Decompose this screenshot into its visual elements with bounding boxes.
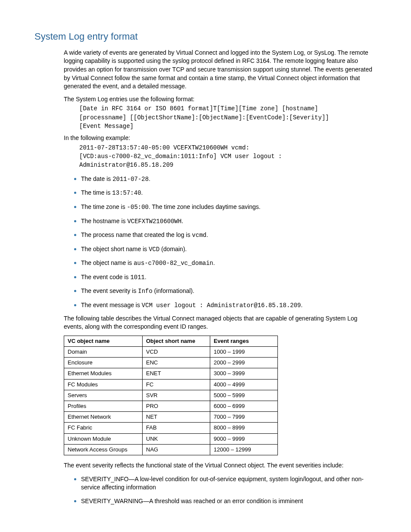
list-item-text: The time zone is [81,203,127,210]
list-item: The hostname is VCEFXTW210600WH. [81,216,372,226]
severity-list: SEVERITY_INFO—A low-level condition for … [64,474,372,506]
list-item-text: (informational). [153,287,194,294]
list-item-code: VCEFXTW210600WH [127,218,181,225]
paragraph-severity: The event severity reflects the function… [64,461,372,470]
table-cell: FAB [143,423,210,433]
list-item-text: The process name that created the log is [81,231,192,238]
list-item-text: . [206,231,208,238]
list-item: The event message is VCM user logout : A… [81,300,372,310]
table-cell: 4000 – 4999 [210,379,278,390]
list-item: SEVERITY_WARNING—A threshold was reached… [81,496,372,506]
table-row: ProfilesPRO6000 – 6999 [64,401,278,411]
table-cell: Servers [64,390,143,401]
table-cell: 9000 – 9999 [210,433,278,444]
list-item-text: . [149,175,150,182]
section-heading: System Log entry format [34,30,377,44]
table-cell: 3000 – 3999 [210,368,278,379]
list-item: The date is 2011-07-28. [81,174,372,184]
list-item: The time is 13:57:40. [81,188,372,198]
paragraph-format-label: The System Log entries use the following… [64,95,372,104]
list-item-text: The event code is [81,274,130,280]
table-cell: 5000 – 5999 [210,390,278,401]
table-cell: Ethernet Network [64,412,143,423]
list-item: The process name that created the log is… [81,230,372,240]
list-item-code: -05:00 [127,204,149,211]
list-item-code: vcmd [192,232,207,239]
list-item: The object short name is VCD (domain). [81,244,372,254]
list-item: SEVERITY_INFO—A low-level condition for … [81,474,372,492]
table-cell: 6000 – 6999 [210,401,278,411]
list-item-code: VCD [149,246,159,253]
list-item-code: VCM user logout : Administrator@16.85.18… [142,302,301,309]
table-row: FC ModulesFC4000 – 4999 [64,379,278,390]
table-cell: Network Access Groups [64,444,143,455]
table-cell: UNK [143,433,210,444]
table-row: FC FabricFAB8000 – 8999 [64,423,278,433]
table-cell: PRO [143,401,210,411]
list-item-text: The event severity is [81,287,138,294]
list-item-text: . [301,302,303,308]
list-item-text: . [145,274,146,280]
table-cell: 1000 – 1999 [210,347,278,358]
table-cell: Profiles [64,401,143,411]
list-item-code: 13:57:40 [112,190,141,196]
table-cell: NAG [143,444,210,455]
table-cell: Ethernet Modules [64,368,143,379]
list-item-text: . The time zone includes daytime savings… [149,203,261,210]
list-item-text: (domain). [159,246,187,252]
list-item-code: aus-c7000-82_vc_domain [134,260,213,267]
list-item-code: 2011-07-28 [112,176,149,183]
format-block: [Date in RFC 3164 or ISO 8601 format]T[T… [79,104,372,131]
table-cell: FC Fabric [64,423,143,433]
table-row: Unknown ModuleUNK9000 – 9999 [64,433,278,444]
paragraph-intro: A wide variety of events are generated b… [64,49,372,91]
list-item-code: Info [138,288,153,295]
table-row: EnclosureENC2000 – 2999 [64,358,278,368]
paragraph-table-intro: The following table describes the Virtua… [64,314,372,331]
table-row: Ethernet NetworkNET7000 – 7999 [64,412,278,423]
list-item: The event severity is Info (informationa… [81,286,372,296]
table-cell: 8000 – 8999 [210,423,278,433]
field-breakdown-list: The date is 2011-07-28.The time is 13:57… [64,174,372,310]
table-header: VC object name [64,336,143,346]
list-item: The event code is 1011. [81,272,372,282]
table-cell: Unknown Module [64,433,143,444]
list-item-text: . [141,189,143,196]
list-item-text: The date is [81,175,112,182]
table-cell: ENC [143,358,210,368]
example-block: 2011-07-28T13:57:40-05:00 VCEFXTW210600W… [79,143,372,170]
table-cell: Enclosure [64,358,143,368]
object-table: VC object nameObject short nameEvent ran… [64,336,278,455]
list-item-text: . [213,259,215,266]
list-item-text: The object short name is [81,246,149,252]
list-item-text: The time is [81,189,112,196]
table-cell: ENET [143,368,210,379]
paragraph-example-label: In the following example: [64,134,372,143]
list-item-code: 1011 [130,274,145,281]
list-item-text: . [181,218,183,224]
table-cell: 2000 – 2999 [210,358,278,368]
table-cell: Domain [64,347,143,358]
table-header: Object short name [143,336,210,346]
table-cell: NET [143,412,210,423]
list-item: The time zone is -05:00. The time zone i… [81,202,372,212]
table-cell: SVR [143,390,210,401]
list-item-text: The hostname is [81,218,127,224]
list-item-text: The event message is [81,302,142,308]
list-item: The object name is aus-c7000-82_vc_domai… [81,258,372,268]
table-cell: VCD [143,347,210,358]
table-row: Network Access GroupsNAG12000 – 12999 [64,444,278,455]
table-cell: FC Modules [64,379,143,390]
table-cell: FC [143,379,210,390]
table-cell: 12000 – 12999 [210,444,278,455]
table-header: Event ranges [210,336,278,346]
table-row: ServersSVR5000 – 5999 [64,390,278,401]
table-row: Ethernet ModulesENET3000 – 3999 [64,368,278,379]
table-row: DomainVCD1000 – 1999 [64,347,278,358]
list-item-text: The object name is [81,259,134,266]
table-cell: 7000 – 7999 [210,412,278,423]
